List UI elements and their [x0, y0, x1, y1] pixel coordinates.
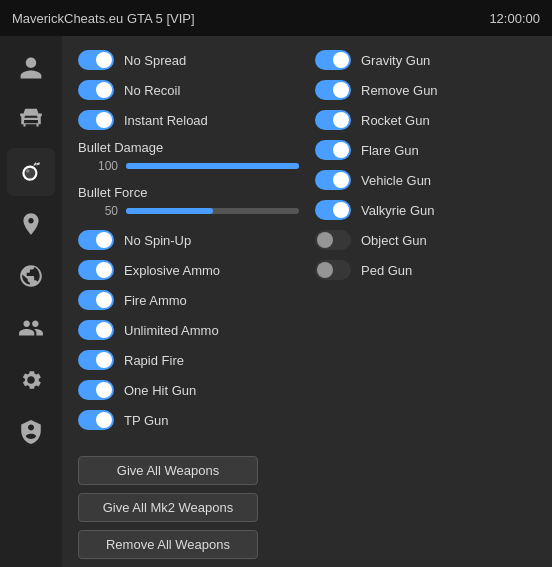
toggle-valkyrie-gun[interactable]	[315, 200, 351, 220]
toggle-remove-gun[interactable]	[315, 80, 351, 100]
toggle-row-rapid-fire: Rapid Fire	[78, 350, 299, 370]
toggle-unlimited-ammo[interactable]	[78, 320, 114, 340]
header-title: MaverickCheats.eu GTA 5 [VIP]	[12, 11, 195, 26]
bullet-damage-track[interactable]	[126, 163, 299, 169]
sidebar-item-vehicle[interactable]	[7, 96, 55, 144]
toggle-label-no-spread: No Spread	[124, 53, 186, 68]
toggle-label-valkyrie-gun: Valkyrie Gun	[361, 203, 434, 218]
toggle-flare-gun[interactable]	[315, 140, 351, 160]
toggle-row-no-spin-up: No Spin-Up	[78, 230, 299, 250]
bullet-damage-slider-container: 100	[78, 159, 299, 173]
toggle-row-no-spread: No Spread	[78, 50, 299, 70]
toggle-row-gravity-gun: Gravity Gun	[315, 50, 536, 70]
sidebar-item-weapons[interactable]	[7, 148, 55, 196]
sidebar-item-profile[interactable]	[7, 44, 55, 92]
toggle-row-ped-gun: Ped Gun	[315, 260, 536, 280]
toggle-row-instant-reload: Instant Reload	[78, 110, 299, 130]
toggle-vehicle-gun[interactable]	[315, 170, 351, 190]
shield-person-icon	[18, 419, 44, 445]
toggle-label-gravity-gun: Gravity Gun	[361, 53, 430, 68]
car-icon	[18, 107, 44, 133]
toggle-tp-gun[interactable]	[78, 410, 114, 430]
sidebar-item-player[interactable]	[7, 200, 55, 248]
toggle-row-fire-ammo: Fire Ammo	[78, 290, 299, 310]
header-time: 12:00:00	[489, 11, 540, 26]
toggle-label-rapid-fire: Rapid Fire	[124, 353, 184, 368]
toggle-label-rocket-gun: Rocket Gun	[361, 113, 430, 128]
toggle-rocket-gun[interactable]	[315, 110, 351, 130]
main-layout: No SpreadNo RecoilInstant Reload Bullet …	[0, 36, 552, 567]
sidebar-item-group[interactable]	[7, 304, 55, 352]
toggle-label-flare-gun: Flare Gun	[361, 143, 419, 158]
bullet-force-fill	[126, 208, 213, 214]
toggle-no-recoil[interactable]	[78, 80, 114, 100]
bullet-damage-section: Bullet Damage 100	[78, 140, 299, 173]
toggle-label-remove-gun: Remove Gun	[361, 83, 438, 98]
svg-point-2	[26, 169, 29, 172]
header: MaverickCheats.eu GTA 5 [VIP] 12:00:00	[0, 0, 552, 36]
toggle-row-one-hit-gun: One Hit Gun	[78, 380, 299, 400]
toggle-label-object-gun: Object Gun	[361, 233, 427, 248]
bullet-force-value: 50	[78, 204, 118, 218]
toggle-label-tp-gun: TP Gun	[124, 413, 169, 428]
right-column: Gravity GunRemove GunRocket GunFlare Gun…	[315, 50, 536, 440]
toggle-label-vehicle-gun: Vehicle Gun	[361, 173, 431, 188]
bullet-force-slider-container: 50	[78, 204, 299, 218]
toggle-object-gun[interactable]	[315, 230, 351, 250]
toggle-row-remove-gun: Remove Gun	[315, 80, 536, 100]
left-column: No SpreadNo RecoilInstant Reload Bullet …	[78, 50, 299, 440]
bullet-force-section: Bullet Force 50	[78, 185, 299, 218]
toggle-row-object-gun: Object Gun	[315, 230, 536, 250]
toggle-gravity-gun[interactable]	[315, 50, 351, 70]
toggle-label-ped-gun: Ped Gun	[361, 263, 412, 278]
toggle-ped-gun[interactable]	[315, 260, 351, 280]
toggle-label-unlimited-ammo: Unlimited Ammo	[124, 323, 219, 338]
toggle-one-hit-gun[interactable]	[78, 380, 114, 400]
toggle-rapid-fire[interactable]	[78, 350, 114, 370]
sidebar-item-settings[interactable]	[7, 356, 55, 404]
toggle-row-tp-gun: TP Gun	[78, 410, 299, 430]
svg-point-1	[25, 168, 36, 179]
toggle-no-spin-up[interactable]	[78, 230, 114, 250]
content-area: No SpreadNo RecoilInstant Reload Bullet …	[62, 36, 552, 567]
toggle-label-no-recoil: No Recoil	[124, 83, 180, 98]
toggle-label-no-spin-up: No Spin-Up	[124, 233, 191, 248]
columns: No SpreadNo RecoilInstant Reload Bullet …	[78, 50, 536, 440]
toggle-explosive-ammo[interactable]	[78, 260, 114, 280]
sidebar-item-world[interactable]	[7, 252, 55, 300]
bullet-force-track[interactable]	[126, 208, 299, 214]
button-give-all-weapons[interactable]: Give All Weapons	[78, 456, 258, 485]
gear-icon	[18, 367, 44, 393]
toggle-row-explosive-ammo: Explosive Ammo	[78, 260, 299, 280]
toggle-label-instant-reload: Instant Reload	[124, 113, 208, 128]
bottom-toggles-left: No Spin-UpExplosive AmmoFire AmmoUnlimit…	[78, 230, 299, 430]
toggle-row-vehicle-gun: Vehicle Gun	[315, 170, 536, 190]
toggle-label-one-hit-gun: One Hit Gun	[124, 383, 196, 398]
toggle-label-fire-ammo: Fire Ammo	[124, 293, 187, 308]
toggle-row-valkyrie-gun: Valkyrie Gun	[315, 200, 536, 220]
bullet-damage-value: 100	[78, 159, 118, 173]
toggle-row-no-recoil: No Recoil	[78, 80, 299, 100]
bullet-force-label: Bullet Force	[78, 185, 299, 200]
toggle-no-spread[interactable]	[78, 50, 114, 70]
player-icon	[18, 211, 44, 237]
sidebar	[0, 36, 62, 567]
top-toggles-left: No SpreadNo RecoilInstant Reload	[78, 50, 299, 130]
bullet-damage-fill	[126, 163, 299, 169]
button-section: Give All WeaponsGive All Mk2 WeaponsRemo…	[78, 456, 536, 559]
toggle-row-rocket-gun: Rocket Gun	[315, 110, 536, 130]
bullet-damage-label: Bullet Damage	[78, 140, 299, 155]
toggle-row-unlimited-ammo: Unlimited Ammo	[78, 320, 299, 340]
globe-icon	[18, 263, 44, 289]
bomb-icon	[18, 159, 44, 185]
toggle-instant-reload[interactable]	[78, 110, 114, 130]
button-give-all-mk2-weapons[interactable]: Give All Mk2 Weapons	[78, 493, 258, 522]
toggle-fire-ammo[interactable]	[78, 290, 114, 310]
sidebar-item-shield[interactable]	[7, 408, 55, 456]
toggle-label-explosive-ammo: Explosive Ammo	[124, 263, 220, 278]
toggles-right: Gravity GunRemove GunRocket GunFlare Gun…	[315, 50, 536, 280]
person-icon	[18, 55, 44, 81]
toggle-row-flare-gun: Flare Gun	[315, 140, 536, 160]
button-remove-all-weapons[interactable]: Remove All Weapons	[78, 530, 258, 559]
group-icon	[18, 315, 44, 341]
